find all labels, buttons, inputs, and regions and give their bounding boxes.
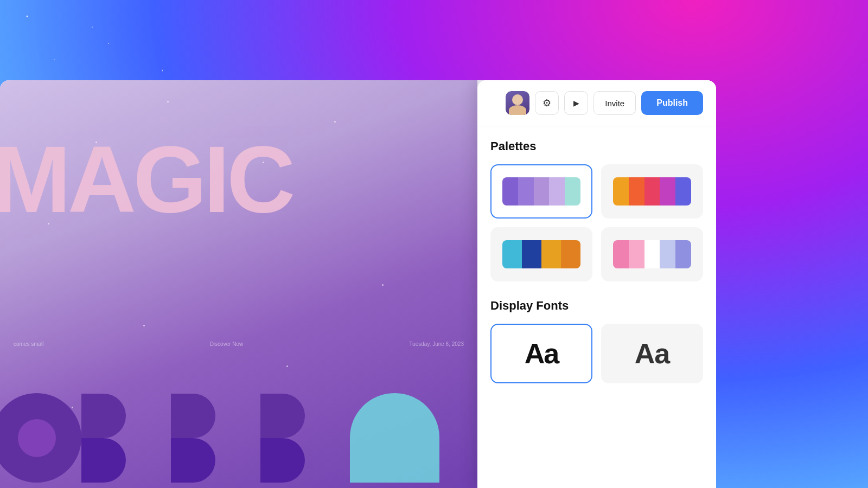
canvas-footer-right: Tuesday, June 6, 2023 xyxy=(409,341,464,347)
swatch xyxy=(522,240,541,268)
canvas-magic-text: MAGIC xyxy=(0,132,292,227)
canvas-footer-left: comes small xyxy=(14,341,44,347)
swatch xyxy=(613,240,629,268)
canvas-footer-center: Discover Now xyxy=(210,341,244,347)
settings-button[interactable]: ⚙ xyxy=(535,91,559,115)
palettes-section: Palettes xyxy=(490,139,703,281)
swatch xyxy=(660,240,675,268)
swatch xyxy=(660,177,675,206)
design-canvas: MAGIC comes small Discover Now Tuesday, … xyxy=(0,80,477,488)
invite-button[interactable]: Invite xyxy=(593,91,636,115)
publish-button[interactable]: Publish xyxy=(641,91,703,115)
palette-card-4[interactable] xyxy=(601,227,703,281)
play-icon: ▶ xyxy=(573,99,579,107)
swatch xyxy=(502,177,518,206)
swatch xyxy=(613,177,629,206)
user-avatar[interactable] xyxy=(506,91,529,115)
swatch xyxy=(629,177,644,206)
palette-grid xyxy=(490,164,703,281)
swatch xyxy=(561,240,580,268)
font-grid: Aa Aa xyxy=(490,324,703,383)
swatch xyxy=(502,240,522,268)
preview-button[interactable]: ▶ xyxy=(564,91,588,115)
canvas-footer: comes small Discover Now Tuesday, June 6… xyxy=(5,341,472,347)
swatch xyxy=(565,177,580,206)
palette-card-1[interactable] xyxy=(490,164,592,219)
fonts-title: Display Fonts xyxy=(490,299,703,313)
swatch xyxy=(675,240,691,268)
palette-card-3[interactable] xyxy=(490,227,592,281)
publish-label: Publish xyxy=(656,98,688,107)
swatch xyxy=(541,240,561,268)
font-preview-2: Aa xyxy=(635,337,669,370)
right-panel: ⚙ ▶ Invite Publish Palettes xyxy=(477,80,716,488)
toolbar: ⚙ ▶ Invite Publish xyxy=(477,80,716,126)
canvas-bottom-area xyxy=(0,347,477,488)
font-card-2[interactable]: Aa xyxy=(601,324,703,383)
palette-swatches-1 xyxy=(502,177,580,206)
palettes-title: Palettes xyxy=(490,139,703,153)
font-preview-1: Aa xyxy=(525,337,558,370)
fonts-section: Display Fonts Aa Aa xyxy=(490,299,703,383)
swatch xyxy=(644,240,660,268)
font-card-1[interactable]: Aa xyxy=(490,324,592,383)
app-window: MAGIC comes small Discover Now Tuesday, … xyxy=(0,80,716,488)
swatch xyxy=(534,177,550,206)
swatch xyxy=(629,240,644,268)
palette-card-2[interactable] xyxy=(601,164,703,219)
palette-swatches-2 xyxy=(613,177,691,206)
invite-label: Invite xyxy=(605,99,624,108)
swatch xyxy=(549,177,565,206)
palette-swatches-4 xyxy=(613,240,691,268)
swatch xyxy=(644,177,660,206)
swatch xyxy=(675,177,691,206)
gear-icon: ⚙ xyxy=(542,97,551,109)
panel-content: Palettes xyxy=(477,126,716,488)
swatch xyxy=(518,177,534,206)
palette-swatches-3 xyxy=(502,240,580,268)
